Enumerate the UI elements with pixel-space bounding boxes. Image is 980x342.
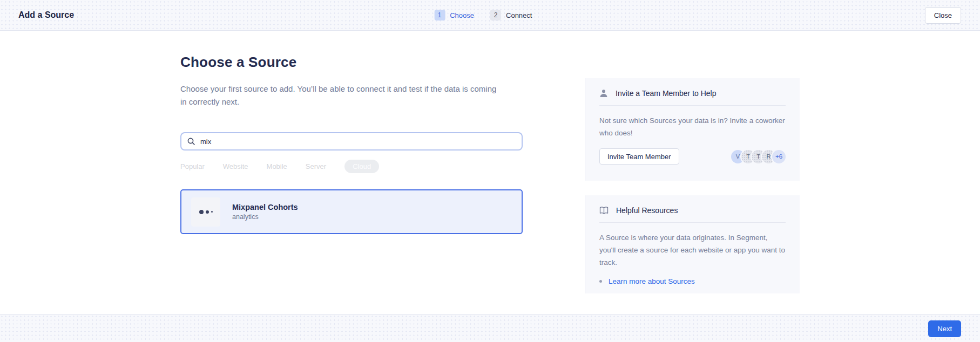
next-button[interactable]: Next [928,320,961,337]
page-description: Choose your first source to add. You’ll … [180,83,504,108]
invite-panel-text: Not sure which Sources your data is in? … [599,114,786,139]
step-choose[interactable]: 1 Choose [434,10,474,20]
bottom-bar: Next [0,314,980,342]
tab-cloud[interactable]: Cloud [344,160,379,173]
step-choose-label: Choose [450,11,474,19]
top-bar: Add a Source 1 Choose 2 Connect Close [0,0,980,31]
step-connect-number: 2 [490,10,501,20]
list-bullet [599,280,602,283]
search-icon [187,137,195,146]
step-connect[interactable]: 2 Connect [490,10,532,20]
search-input[interactable] [200,138,516,146]
avatar-overflow-badge: +6 [772,150,786,163]
source-category: analytics [232,213,298,221]
invite-panel-title: Invite a Team Member to Help [616,89,717,98]
book-icon [599,206,609,215]
window-title: Add a Source [18,10,74,20]
team-avatar-stack: V T T R +6 [731,150,786,163]
tab-website[interactable]: Website [223,160,248,173]
source-card-mixpanel-cohorts[interactable]: Mixpanel Cohorts analytics [180,189,523,234]
close-button[interactable]: Close [925,7,961,24]
main-content: Choose a Source Choose your first source… [0,31,980,314]
help-sidebar: Invite a Team Member to Help Not sure wh… [585,78,800,293]
resources-panel-title: Helpful Resources [616,206,678,215]
add-source-modal: Add a Source 1 Choose 2 Connect Close Ch… [0,0,980,342]
source-search-box[interactable] [180,132,523,151]
step-indicator: 1 Choose 2 Connect [434,10,532,20]
choose-source-section: Choose a Source Choose your first source… [180,54,523,234]
tab-popular[interactable]: Popular [180,160,205,173]
category-tabs: Popular Website Mobile Server Cloud [180,160,523,173]
page-title: Choose a Source [180,54,523,71]
step-connect-label: Connect [506,11,532,19]
person-icon [599,89,608,98]
step-choose-number: 1 [434,10,445,20]
mixpanel-dots-logo [191,197,220,227]
invite-team-member-button[interactable]: Invite Team Member [599,148,679,165]
source-name: Mixpanel Cohorts [232,203,298,211]
tab-mobile[interactable]: Mobile [267,160,287,173]
resources-panel-text: A Source is where your data originates. … [599,231,786,269]
learn-more-sources-link[interactable]: Learn more about Sources [609,277,695,285]
tab-server[interactable]: Server [306,160,326,173]
invite-team-panel: Invite a Team Member to Help Not sure wh… [585,78,800,181]
helpful-resources-panel: Helpful Resources A Source is where your… [585,195,800,293]
